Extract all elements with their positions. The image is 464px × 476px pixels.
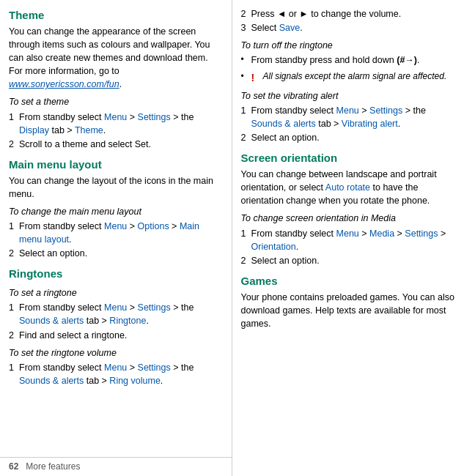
settings-link2: Settings (138, 302, 171, 313)
orientation-step-2: 2 Select an option. (241, 254, 456, 267)
ringtones-title: Ringtones (9, 266, 223, 282)
left-column: Theme You can change the appearance of t… (0, 0, 232, 476)
vibrating-alert-heading: To set the vibrating alert (241, 89, 456, 103)
menu-link5: Menu (336, 105, 359, 116)
orientation-link: Orientation (251, 242, 296, 252)
set-ringtone-volume-heading: To set the ringtone volume (9, 346, 223, 360)
vibrate-step-1: 1 From standby select Menu > Settings > … (241, 104, 456, 130)
set-theme-heading: To set a theme (9, 95, 223, 108)
ringtone-link: Ringtone (109, 316, 146, 326)
menu-layout-step-1: 1 From standby select Menu > Options > M… (9, 220, 223, 246)
media-link: Media (369, 228, 394, 239)
theme-title: Theme (9, 7, 223, 23)
auto-rotate-link: Auto rotate (325, 182, 370, 193)
screen-orientation-title: Screen orientation (241, 150, 456, 166)
theme-step-1: 1 From standby select Menu > Settings > … (9, 111, 223, 137)
save-link: Save (279, 23, 301, 33)
theme-link: Theme (75, 125, 103, 135)
vol-step-2: 2 Press ◄ or ► to change the volume. (241, 7, 456, 21)
vibrating-alert-link: Vibrating alert (342, 119, 398, 129)
vibrate-step-2: 2 Select an option. (241, 131, 456, 144)
games-intro: Your phone contains preloaded games. You… (241, 291, 456, 330)
display-link: Display (19, 125, 49, 135)
right-column: 2 Press ◄ or ► to change the volume. 3 S… (232, 0, 465, 476)
ring-volume-link: Ring volume (109, 376, 160, 386)
theme-intro: You can change the appearance of the scr… (9, 25, 223, 92)
menu-link: Menu (104, 112, 127, 122)
menu-link3: Menu (104, 302, 127, 313)
turn-off-bullet: • From standby press and hold down (#→). (241, 53, 456, 67)
sounds-alerts-link2: Sounds & alerts (19, 376, 84, 386)
menu-link6: Menu (336, 228, 359, 239)
orientation-step-1: 1 From standby select Menu > Media > Set… (241, 227, 456, 253)
main-menu-intro: You can change the layout of the icons i… (9, 174, 223, 201)
warning-block: • ! All signals except the alarm signal … (241, 70, 456, 85)
sounds-alerts-link: Sounds & alerts (19, 316, 84, 326)
change-menu-layout-heading: To change the main menu layout (9, 205, 223, 218)
menu-link4: Menu (104, 362, 127, 373)
ringtone-step-1: 1 From standby select Menu > Settings > … (9, 301, 223, 327)
turn-off-ringtone-heading: To turn off the ringtone (241, 39, 456, 52)
warning-text: All signals except the alarm signal are … (263, 70, 447, 83)
menu-layout-step-2: 2 Select an option. (9, 247, 223, 260)
set-ringtone-heading: To set a ringtone (9, 286, 223, 300)
sounds-alerts-link3: Sounds & alerts (251, 119, 316, 129)
screen-orientation-intro: You can change between landscape and por… (241, 168, 456, 207)
warning-icon: ! (251, 70, 262, 85)
menu-link2: Menu (104, 221, 127, 231)
theme-step-2: 2 Scroll to a theme and select Set. (9, 138, 223, 151)
settings-link: Settings (138, 112, 171, 122)
theme-url: www.sonyericsson.com/fun (9, 79, 119, 89)
ring-volume-step-1: 1 From standby select Menu > Settings > … (9, 361, 223, 387)
settings-link5: Settings (405, 228, 438, 239)
ringtone-step-2: 2 Find and select a ringtone. (9, 329, 223, 342)
settings-link3: Settings (138, 362, 171, 373)
page-number: 62 (9, 461, 18, 473)
footer-section: More features (26, 461, 80, 473)
options-link: Options (138, 221, 169, 231)
main-menu-title: Main menu layout (9, 157, 223, 173)
footer: 62 More features (0, 457, 232, 476)
change-orientation-heading: To change screen orientation in Media (241, 212, 456, 225)
settings-link4: Settings (369, 105, 402, 116)
vol-step-3: 3 Select Save. (241, 21, 456, 34)
games-title: Games (241, 273, 456, 289)
